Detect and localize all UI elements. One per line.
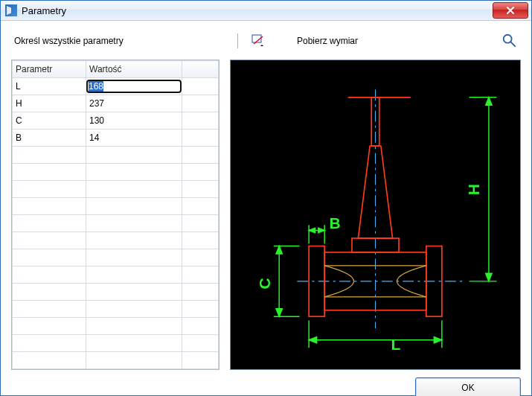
dim-label-H: H: [465, 184, 482, 195]
empty-cell[interactable]: [182, 215, 219, 232]
empty-cell[interactable]: [86, 181, 182, 198]
empty-cell[interactable]: [13, 301, 86, 318]
empty-cell[interactable]: [182, 318, 219, 335]
col-header-value[interactable]: Wartość: [86, 61, 182, 78]
svg-point-2: [504, 34, 512, 42]
empty-cell[interactable]: [182, 301, 219, 318]
empty-cell[interactable]: [13, 198, 86, 215]
empty-cell[interactable]: [86, 301, 182, 318]
empty-cell[interactable]: [182, 352, 219, 369]
table-row[interactable]: [13, 164, 219, 181]
table-row[interactable]: [13, 198, 219, 215]
param-value-cell[interactable]: 130: [86, 112, 182, 130]
ok-button-label: OK: [461, 383, 474, 393]
titlebar[interactable]: Parametry: [1, 1, 531, 21]
empty-cell[interactable]: [13, 284, 86, 301]
table-row[interactable]: [13, 335, 219, 352]
instruction-label: Określ wszystkie parametry: [11, 36, 237, 46]
zoom-button[interactable]: [501, 33, 521, 50]
ok-button[interactable]: OK: [415, 377, 521, 396]
table-row[interactable]: [13, 147, 219, 164]
param-name-cell[interactable]: B: [13, 130, 86, 147]
empty-cell[interactable]: [86, 147, 182, 164]
empty-cell[interactable]: [13, 335, 86, 352]
empty-cell[interactable]: [13, 249, 86, 266]
empty-cell[interactable]: [13, 164, 86, 181]
empty-cell[interactable]: [13, 266, 86, 284]
param-value-input[interactable]: [86, 80, 182, 93]
pick-dimension-button[interactable]: [249, 32, 267, 50]
pick-dimension-label: Pobierz wymiar: [297, 36, 358, 46]
table-row[interactable]: [13, 266, 219, 284]
table-row[interactable]: [13, 249, 219, 266]
table-row[interactable]: [13, 301, 219, 318]
empty-cell[interactable]: [13, 352, 86, 369]
toolbar: Pobierz wymiar: [237, 32, 358, 50]
empty-cell[interactable]: [182, 284, 219, 301]
table-row[interactable]: [13, 318, 219, 335]
table-row[interactable]: [13, 215, 219, 232]
dim-label-L: L: [391, 336, 401, 353]
param-name-cell[interactable]: H: [13, 95, 86, 112]
empty-cell[interactable]: [13, 147, 86, 164]
svg-line-3: [511, 42, 515, 45]
content-area: Określ wszystkie parametry Pobierz wymia…: [1, 21, 531, 396]
empty-cell[interactable]: [13, 181, 86, 198]
parameter-table-pane: Parametr Wartość LH237C130B14: [11, 60, 219, 370]
empty-cell[interactable]: [86, 164, 182, 181]
table-row[interactable]: [13, 232, 219, 249]
empty-cell[interactable]: [86, 215, 182, 232]
param-value-cell[interactable]: [86, 78, 182, 95]
empty-cell[interactable]: [182, 181, 219, 198]
empty-cell[interactable]: [86, 232, 182, 249]
drawing-preview[interactable]: L H C B: [230, 60, 521, 370]
dim-label-B: B: [329, 214, 340, 231]
parameter-table: Parametr Wartość LH237C130B14: [12, 60, 219, 369]
empty-cell[interactable]: [86, 352, 182, 369]
main-row: Parametr Wartość LH237C130B14: [11, 60, 521, 370]
param-extra-cell[interactable]: [182, 78, 219, 95]
empty-cell[interactable]: [86, 266, 182, 284]
magnifier-icon: [501, 33, 516, 48]
empty-cell[interactable]: [86, 284, 182, 301]
window-title: Parametry: [22, 5, 490, 16]
col-header-extra[interactable]: [182, 61, 219, 78]
table-header-row: Parametr Wartość: [13, 61, 219, 78]
empty-cell[interactable]: [13, 215, 86, 232]
empty-cell[interactable]: [13, 232, 86, 249]
empty-cell[interactable]: [182, 164, 219, 181]
param-extra-cell[interactable]: [182, 112, 219, 130]
empty-cell[interactable]: [182, 249, 219, 266]
app-icon: [5, 4, 17, 16]
table-row[interactable]: H237: [13, 95, 219, 112]
param-value-cell[interactable]: 14: [86, 130, 182, 147]
table-row[interactable]: B14: [13, 130, 219, 147]
table-row[interactable]: [13, 352, 219, 369]
empty-cell[interactable]: [86, 249, 182, 266]
valve-drawing: L H C B: [231, 60, 520, 369]
dim-label-C: C: [256, 278, 273, 289]
param-name-cell[interactable]: L: [13, 78, 86, 95]
empty-cell[interactable]: [182, 266, 219, 284]
col-header-param[interactable]: Parametr: [13, 61, 86, 78]
empty-cell[interactable]: [86, 335, 182, 352]
table-row[interactable]: [13, 181, 219, 198]
param-name-cell[interactable]: C: [13, 112, 86, 130]
empty-cell[interactable]: [182, 232, 219, 249]
empty-cell[interactable]: [182, 198, 219, 215]
param-extra-cell[interactable]: [182, 130, 219, 147]
empty-cell[interactable]: [86, 198, 182, 215]
toolbar-separator: [237, 33, 240, 48]
close-button[interactable]: [493, 2, 528, 19]
top-row: Określ wszystkie parametry Pobierz wymia…: [11, 31, 521, 51]
param-extra-cell[interactable]: [182, 95, 219, 112]
empty-cell[interactable]: [182, 147, 219, 164]
empty-cell[interactable]: [86, 318, 182, 335]
pick-dimension-icon: [251, 34, 265, 48]
table-row[interactable]: L: [13, 78, 219, 95]
param-value-cell[interactable]: 237: [86, 95, 182, 112]
empty-cell[interactable]: [182, 335, 219, 352]
table-row[interactable]: C130: [13, 112, 219, 130]
empty-cell[interactable]: [13, 318, 86, 335]
table-row[interactable]: [13, 284, 219, 301]
